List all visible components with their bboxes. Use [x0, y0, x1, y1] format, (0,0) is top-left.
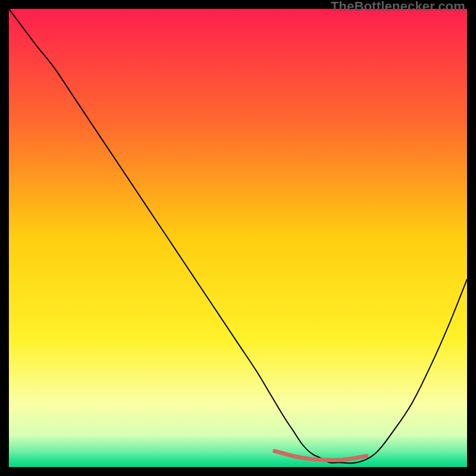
- bottleneck-chart: [9, 9, 467, 467]
- chart-frame: [9, 9, 467, 467]
- gradient-background: [9, 9, 467, 467]
- attribution-text: TheBottlenecker.com: [331, 0, 465, 14]
